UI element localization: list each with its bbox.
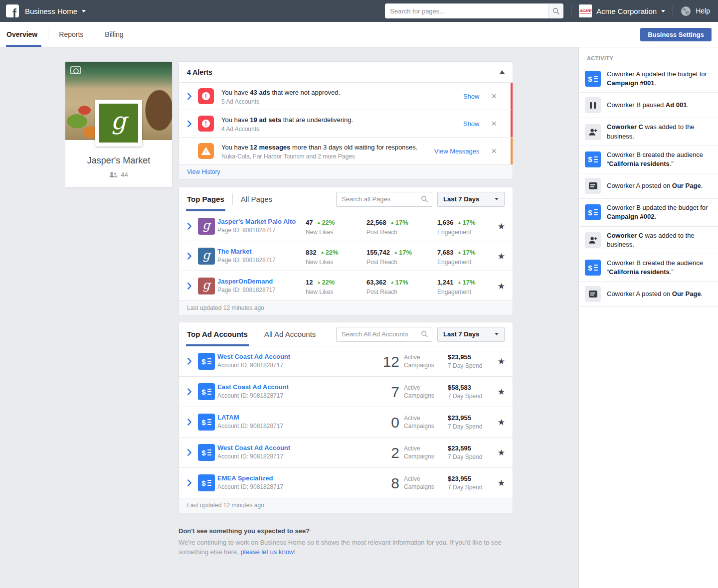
search-input[interactable] — [385, 3, 548, 18]
expand-chevron-icon[interactable] — [187, 479, 192, 487]
page-row: g Jasper's Market Palo Alto Page ID: 908… — [179, 211, 513, 241]
activity-item[interactable]: $ Coworker B updated the budget for Camp… — [579, 199, 718, 226]
favorite-star-icon[interactable]: ★ — [498, 387, 505, 397]
stat-engagement: 1,241▲17%Engagement — [437, 278, 476, 295]
up-arrow-icon: ▲ — [458, 220, 462, 225]
favorite-star-icon[interactable]: ★ — [498, 478, 505, 488]
tab-top-ad-accounts[interactable]: Top Ad Accounts — [179, 322, 256, 346]
activity-icon: $ — [585, 178, 601, 194]
expand-chevron-icon[interactable] — [187, 388, 192, 396]
active-campaigns-label: Active Campaigns — [404, 354, 438, 369]
tab-all-pages[interactable]: All Pages — [233, 187, 280, 211]
ad-account-name-link[interactable]: LATAM — [217, 414, 239, 421]
ad-account-row: $ West Coast Ad Account Account ID: 9081… — [179, 438, 513, 468]
alert-action-link[interactable]: Show — [463, 93, 480, 100]
ad-account-id: Account ID: 9081828717 — [217, 392, 283, 399]
tab-overview[interactable]: Overview — [0, 22, 48, 47]
close-icon[interactable]: × — [491, 119, 497, 128]
favorite-star-icon[interactable]: ★ — [498, 251, 505, 261]
ad-account-row: $ EMEA Specialized Account ID: 908182871… — [179, 468, 513, 498]
divider — [673, 4, 673, 17]
app-title-dropdown[interactable]: Business Home — [25, 7, 86, 15]
expand-chevron-icon[interactable] — [187, 358, 192, 365]
expand-chevron-icon[interactable] — [187, 120, 198, 128]
facebook-logo-icon[interactable]: f — [6, 4, 19, 17]
activity-text: Coworker C was added to the business. — [607, 231, 712, 249]
activity-item[interactable]: $ Coworker C was added to the business. — [579, 227, 718, 254]
activity-item[interactable]: $ Coworker A posted on Our Page. — [579, 282, 718, 307]
business-switcher[interactable]: ACME Acme Corporation — [579, 4, 665, 17]
close-icon[interactable]: × — [491, 147, 497, 155]
expand-chevron-icon[interactable] — [187, 419, 192, 426]
divider — [571, 4, 571, 17]
tab-billing[interactable]: Billing — [94, 22, 134, 47]
alert-action-link[interactable]: View Messages — [434, 147, 480, 155]
ad-account-icon: $ — [198, 414, 215, 431]
alert-row: ! ! You have 43 ads that were not approv… — [179, 83, 513, 110]
favorite-star-icon[interactable]: ★ — [498, 417, 505, 428]
ad-account-name-link[interactable]: West Coast Ad Account — [217, 353, 290, 360]
stat-post-reach: 155,742▲17%Post Reach — [366, 248, 412, 266]
ad-account-icon: $ — [198, 383, 215, 400]
ad-account-row: $ East Coast Ad Account Account ID: 9081… — [179, 377, 513, 407]
expand-chevron-icon[interactable] — [187, 93, 198, 100]
business-settings-button[interactable]: Business Settings — [640, 28, 712, 41]
ad-accounts-date-range-dropdown[interactable]: Last 7 Days — [437, 327, 505, 342]
up-arrow-icon: ▲ — [321, 250, 325, 255]
expand-chevron-icon[interactable] — [187, 222, 192, 230]
activity-item[interactable]: $ Coworker B created the audience “Calif… — [579, 146, 718, 173]
help-link[interactable]: Help — [681, 6, 710, 16]
business-profile-name: Jasper's Market — [65, 155, 172, 166]
close-icon[interactable]: × — [491, 92, 497, 101]
tab-all-ad-accounts[interactable]: All Ad Accounts — [256, 322, 324, 346]
activity-item[interactable]: $ Coworker B created the audience “Calif… — [579, 254, 718, 282]
spend-label: 7 Day Spend — [448, 393, 482, 400]
money-icon: $ — [201, 387, 211, 396]
pages-header: Top Pages All Pages Last 7 Days — [179, 187, 513, 211]
activity-sidebar: ACTIVITY $ Coworker A updated the budget… — [578, 47, 718, 588]
expand-chevron-icon[interactable] — [187, 282, 192, 290]
pages-list: g Jasper's Market Palo Alto Page ID: 908… — [179, 211, 513, 301]
nav-bar: Overview Reports Billing Business Settin… — [0, 22, 718, 47]
ad-account-name-link[interactable]: EMEA Specialized — [217, 474, 273, 482]
activity-item[interactable]: $ Coworker B paused Ad 001. — [579, 93, 718, 118]
activity-icon: $ — [585, 97, 601, 113]
expand-chevron-icon[interactable] — [187, 449, 192, 456]
top-ad-accounts-card: Top Ad Accounts All Ad Accounts Last 7 D… — [179, 322, 513, 513]
page-name-link[interactable]: Jasper's Market Palo Alto — [217, 218, 296, 225]
page-logo[interactable]: g — [95, 100, 142, 147]
favorite-star-icon[interactable]: ★ — [498, 447, 505, 458]
ad-account-name-link[interactable]: West Coast Ad Account — [217, 444, 290, 451]
ad-accounts-footer: Last updated 12 minutes ago — [179, 498, 513, 513]
active-campaigns-label: Active Campaigns — [404, 445, 438, 460]
activity-item[interactable]: $ Coworker A updated the budget for Camp… — [579, 65, 718, 93]
active-campaigns-count: 8 — [359, 475, 399, 491]
pages-date-range-dropdown[interactable]: Last 7 Days — [437, 192, 505, 207]
search-button[interactable] — [548, 3, 563, 18]
favorite-star-icon[interactable]: ★ — [498, 221, 505, 231]
tab-reports[interactable]: Reports — [48, 22, 94, 47]
activity-text: Coworker B updated the budget for Campai… — [607, 203, 712, 221]
alerts-card: 4 Alerts ! ! You have 43 ads that were n… — [179, 61, 513, 180]
view-history-link[interactable]: View History — [187, 168, 220, 175]
collapse-icon[interactable] — [500, 70, 505, 74]
activity-item[interactable]: $ Coworker C was added to the business. — [579, 118, 718, 146]
expand-chevron-icon[interactable] — [187, 252, 192, 260]
page-name-link[interactable]: The Market — [217, 248, 252, 255]
activity-item[interactable]: $ Coworker A posted on Our Page. — [579, 173, 718, 199]
ad-accounts-search-input[interactable] — [336, 327, 432, 342]
money-icon: $ — [201, 418, 211, 427]
camera-icon[interactable] — [70, 66, 81, 74]
favorite-star-icon[interactable]: ★ — [498, 281, 505, 291]
let-us-know-link[interactable]: please let us know — [240, 548, 294, 556]
alert-action-link[interactable]: Show — [463, 120, 480, 128]
favorite-star-icon[interactable]: ★ — [498, 356, 505, 367]
tab-top-pages[interactable]: Top Pages — [179, 187, 232, 211]
spend-label: 7 Day Spend — [448, 362, 482, 369]
pages-search-input[interactable] — [336, 192, 432, 207]
alert-severity-icon: ! ! — [198, 88, 214, 104]
page-name-link[interactable]: JasperOnDemand — [217, 278, 273, 285]
alert-text: You have 12 messages more than 3 days ol… — [221, 143, 428, 160]
ad-account-name-link[interactable]: East Coast Ad Account — [217, 383, 289, 391]
money-icon: $ — [588, 74, 597, 83]
